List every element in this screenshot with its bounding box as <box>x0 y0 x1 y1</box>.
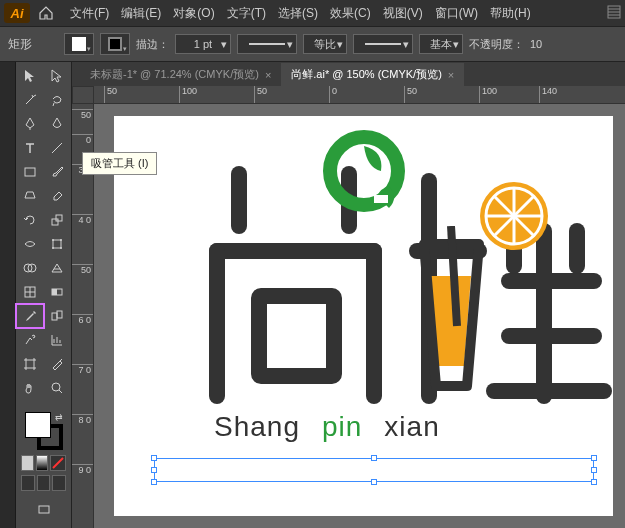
gradient-mode[interactable] <box>36 455 49 471</box>
selection-box[interactable] <box>154 458 594 482</box>
width-tool[interactable] <box>16 232 44 256</box>
svg-point-7 <box>52 247 54 249</box>
fill-color[interactable] <box>25 412 51 438</box>
caption-xian: xian <box>384 411 439 442</box>
menu-select[interactable]: 选择(S) <box>272 1 324 26</box>
brush-swatch[interactable]: ▾ <box>353 34 413 54</box>
menu-text[interactable]: 文字(T) <box>221 1 272 26</box>
style-value: 基本 <box>430 37 452 52</box>
menu-edit[interactable]: 编辑(E) <box>115 1 167 26</box>
handle-se[interactable] <box>591 479 597 485</box>
menu-bar: Ai 文件(F) 编辑(E) 对象(O) 文字(T) 选择(S) 效果(C) 视… <box>0 0 625 26</box>
handle-s[interactable] <box>371 479 377 485</box>
menu-view[interactable]: 视图(V) <box>377 1 429 26</box>
ruler-horizontal[interactable]: 50 100 50 0 50 100 140 <box>94 86 625 104</box>
handle-w[interactable] <box>151 467 157 473</box>
mesh-tool[interactable] <box>16 280 44 304</box>
tab-untitled[interactable]: 未标题-1* @ 71.24% (CMYK/预览) × <box>80 63 281 86</box>
draw-normal[interactable] <box>21 475 35 491</box>
line-tool[interactable] <box>44 136 72 160</box>
scale-tool[interactable] <box>44 208 72 232</box>
magic-wand-tool[interactable] <box>16 88 44 112</box>
svg-rect-3 <box>56 215 62 221</box>
rectangle-tool[interactable] <box>16 160 44 184</box>
menu-effect[interactable]: 效果(C) <box>324 1 377 26</box>
profile-select[interactable]: 等比▾ <box>303 34 347 54</box>
ruler-tick: 50 <box>254 86 267 103</box>
draw-inside[interactable] <box>52 475 66 491</box>
eraser-tool[interactable] <box>44 184 72 208</box>
handle-n[interactable] <box>371 455 377 461</box>
zoom-tool[interactable] <box>44 376 72 400</box>
type-tool[interactable] <box>16 136 44 160</box>
ruler-tick: 140 <box>539 86 557 103</box>
control-bar: 矩形 ▾ ▾ 描边： 1 pt▾ ▾ 等比▾ ▾ 基本▾ 不透明度： 10 <box>0 26 625 62</box>
tab-shangxian[interactable]: 尚鲜.ai* @ 150% (CMYK/预览) × <box>281 63 464 86</box>
tool-rail <box>0 62 16 528</box>
ruler-tick: 100 <box>179 86 197 103</box>
ruler-tick: 0 <box>72 134 93 145</box>
toolbox: ⇄ <box>16 62 72 528</box>
color-mode[interactable] <box>21 455 34 471</box>
dash-swatch[interactable]: ▾ <box>237 34 297 54</box>
eyedropper-tool[interactable] <box>16 304 44 328</box>
fill-swatch[interactable]: ▾ <box>64 33 94 55</box>
rotate-tool[interactable] <box>16 208 44 232</box>
tab-bar: 未标题-1* @ 71.24% (CMYK/预览) × 尚鲜.ai* @ 150… <box>72 62 625 86</box>
svg-point-8 <box>60 247 62 249</box>
art-leaf-icon <box>319 126 409 216</box>
tooltip: 吸管工具 (I) <box>82 152 157 175</box>
stroke-weight-input[interactable]: 1 pt▾ <box>175 34 231 54</box>
handle-nw[interactable] <box>151 455 157 461</box>
opacity-value: 10 <box>530 38 542 50</box>
slice-tool[interactable] <box>44 352 72 376</box>
home-icon[interactable] <box>36 3 56 23</box>
svg-point-10 <box>28 264 36 272</box>
handle-e[interactable] <box>591 467 597 473</box>
paintbrush-tool[interactable] <box>44 160 72 184</box>
draw-behind[interactable] <box>37 475 51 491</box>
svg-rect-13 <box>52 289 57 295</box>
screen-mode[interactable] <box>30 498 58 522</box>
direct-selection-tool[interactable] <box>44 64 72 88</box>
svg-rect-27 <box>374 195 388 203</box>
opacity-label: 不透明度： <box>469 37 524 52</box>
blend-tool[interactable] <box>44 304 72 328</box>
ruler-origin[interactable] <box>72 86 94 104</box>
style-select[interactable]: 基本▾ <box>419 34 463 54</box>
ruler-tick: 50 <box>72 109 93 120</box>
selection-tool[interactable] <box>16 64 44 88</box>
lasso-tool[interactable] <box>44 88 72 112</box>
shape-builder-tool[interactable] <box>16 256 44 280</box>
free-transform-tool[interactable] <box>44 232 72 256</box>
handle-sw[interactable] <box>151 479 157 485</box>
hand-tool[interactable] <box>16 376 44 400</box>
stroke-swatch[interactable]: ▾ <box>100 33 130 55</box>
ruler-tick: 4 0 <box>72 214 93 225</box>
svg-rect-1 <box>25 168 35 176</box>
caption-pin: pin <box>322 411 362 442</box>
swap-icon[interactable]: ⇄ <box>55 412 63 422</box>
color-area: ⇄ <box>16 406 71 526</box>
handle-ne[interactable] <box>591 455 597 461</box>
close-icon[interactable]: × <box>448 69 454 81</box>
canvas[interactable]: Shang pin xian <box>94 104 625 528</box>
document-area: 未标题-1* @ 71.24% (CMYK/预览) × 尚鲜.ai* @ 150… <box>72 62 625 528</box>
svg-rect-25 <box>259 296 334 376</box>
gradient-tool[interactable] <box>44 280 72 304</box>
symbol-sprayer-tool[interactable] <box>16 328 44 352</box>
none-mode[interactable] <box>50 455 66 471</box>
menu-window[interactable]: 窗口(W) <box>429 1 484 26</box>
search-icon[interactable] <box>607 5 621 21</box>
fill-stroke-control[interactable]: ⇄ <box>25 412 63 450</box>
graph-tool[interactable] <box>44 328 72 352</box>
menu-help[interactable]: 帮助(H) <box>484 1 537 26</box>
curvature-tool[interactable] <box>44 112 72 136</box>
menu-object[interactable]: 对象(O) <box>167 1 220 26</box>
artboard-tool[interactable] <box>16 352 44 376</box>
pen-tool[interactable] <box>16 112 44 136</box>
close-icon[interactable]: × <box>265 69 271 81</box>
shaper-tool[interactable] <box>16 184 44 208</box>
menu-file[interactable]: 文件(F) <box>64 1 115 26</box>
perspective-tool[interactable] <box>44 256 72 280</box>
